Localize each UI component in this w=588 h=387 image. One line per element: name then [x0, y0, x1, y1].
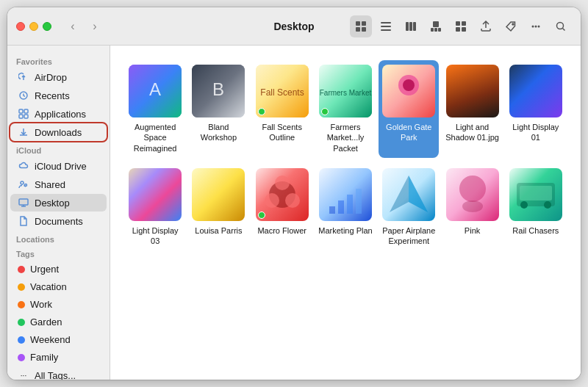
- maximize-button[interactable]: [43, 22, 51, 31]
- file-item-pink[interactable]: Pink: [442, 164, 502, 251]
- work-label: Work: [30, 299, 52, 310]
- file-item-lightandshadow[interactable]: Light and Shadow 01.jpg: [442, 60, 502, 158]
- file-thumb-lightdisplay03: [129, 168, 182, 221]
- sidebar-item-applications[interactable]: Applications: [10, 105, 107, 123]
- file-item-louisa[interactable]: Louisa Parris: [188, 164, 248, 251]
- airdrop-label: AirDrop: [35, 72, 67, 83]
- file-label-goldengate: Golden Gate Park: [381, 122, 436, 143]
- svg-point-18: [512, 23, 514, 25]
- svg-text:A: A: [149, 79, 161, 99]
- applications-icon: [18, 108, 29, 120]
- file-thumb-farmers: Farmers Market: [319, 65, 372, 117]
- sidebar-item-downloads[interactable]: Downloads: [10, 123, 107, 141]
- urgent-label: Urgent: [30, 264, 59, 275]
- view-grid-button[interactable]: [350, 15, 372, 37]
- svg-point-19: [532, 25, 534, 27]
- svg-rect-3: [362, 27, 366, 32]
- close-button[interactable]: [16, 22, 25, 31]
- desktop-icon: [18, 197, 29, 209]
- file-thumb-fallscents: Fall Scents: [256, 65, 309, 117]
- sidebar-item-shared[interactable]: Shared: [10, 176, 107, 193]
- svg-rect-2: [356, 27, 360, 32]
- sidebar: Favorites AirDrop Recents Applications: [7, 46, 110, 380]
- svg-point-57: [544, 201, 551, 209]
- family-label: Family: [30, 352, 58, 363]
- svg-rect-4: [381, 22, 391, 23]
- main-layout: Favorites AirDrop Recents Applications: [7, 46, 581, 380]
- file-thumb-marketing: [319, 168, 372, 221]
- svg-text:Fall Scents: Fall Scents: [260, 87, 304, 98]
- file-item-bland[interactable]: B Bland Workshop: [188, 60, 248, 158]
- file-thumb-lightdisplay01: [509, 65, 562, 117]
- sidebar-item-desktop[interactable]: Desktop: [10, 194, 107, 211]
- file-thumb-louisa: [192, 168, 245, 221]
- file-label-lightdisplay03: Light Display 03: [128, 225, 182, 247]
- svg-rect-27: [24, 115, 28, 118]
- sidebar-item-documents[interactable]: Documents: [10, 212, 107, 230]
- toolbar-right: [350, 15, 572, 37]
- svg-rect-0: [356, 21, 360, 26]
- desktop-label: Desktop: [35, 198, 70, 209]
- minimize-button[interactable]: [29, 22, 38, 31]
- file-thumb-augmented: A: [129, 65, 182, 117]
- back-button[interactable]: ‹: [63, 17, 82, 36]
- sidebar-item-tag-weekend[interactable]: Weekend: [10, 331, 107, 348]
- svg-rect-11: [431, 28, 434, 32]
- file-label-bland: Bland Workshop: [191, 122, 245, 143]
- svg-point-22: [557, 22, 564, 29]
- view-list-button[interactable]: [375, 15, 397, 37]
- file-item-paperairplane[interactable]: Paper Airplane Experiment: [379, 164, 439, 251]
- work-tag-dot: [18, 301, 25, 308]
- file-item-fallscents[interactable]: Fall Scents Fall Scents Outline: [252, 60, 312, 158]
- file-label-lightdisplay01: Light Display 01: [509, 122, 563, 143]
- file-label-railchasers: Rail Chasers: [512, 225, 559, 236]
- sidebar-item-icloud-drive[interactable]: iCloud Drive: [10, 157, 107, 175]
- weekend-label: Weekend: [30, 334, 71, 345]
- more-button[interactable]: [525, 15, 547, 37]
- svg-point-21: [538, 25, 540, 27]
- titlebar: ‹ › Desktop: [7, 7, 581, 46]
- tag-button[interactable]: [500, 15, 522, 37]
- finder-window: ‹ › Desktop: [7, 7, 581, 380]
- icloud-drive-label: iCloud Drive: [35, 161, 87, 172]
- view-cover-button[interactable]: [425, 15, 447, 37]
- file-item-goldengate[interactable]: Golden Gate Park: [379, 60, 439, 158]
- sidebar-item-tag-family[interactable]: Family: [10, 349, 107, 366]
- svg-point-52: [459, 176, 486, 202]
- svg-rect-26: [19, 115, 23, 118]
- nav-buttons: ‹ ›: [63, 17, 104, 36]
- file-item-augmented[interactable]: A Augmented Space Reimagined: [125, 60, 185, 158]
- file-thumb-pink: [446, 168, 499, 221]
- file-item-marketing[interactable]: Marketing Plan: [315, 164, 376, 251]
- all-tags-icon: ···: [18, 369, 29, 380]
- sidebar-item-airdrop[interactable]: AirDrop: [10, 68, 107, 86]
- view-group-button[interactable]: [450, 15, 472, 37]
- sidebar-item-tag-vacation[interactable]: Vacation: [10, 278, 107, 295]
- file-item-farmers[interactable]: Farmers Market Farmers Market...ly Packe…: [315, 60, 376, 158]
- svg-rect-14: [456, 21, 460, 26]
- sidebar-item-tag-urgent[interactable]: Urgent: [10, 261, 107, 278]
- sidebar-item-tag-garden[interactable]: Garden: [10, 314, 107, 330]
- svg-rect-25: [24, 109, 28, 113]
- file-item-lightdisplay03[interactable]: Light Display 03: [125, 164, 185, 251]
- svg-rect-48: [347, 195, 353, 214]
- garden-tag-dot: [18, 319, 25, 326]
- forward-button[interactable]: ›: [85, 17, 104, 36]
- svg-rect-16: [456, 27, 460, 32]
- file-label-marketing: Marketing Plan: [318, 225, 372, 236]
- search-button[interactable]: [550, 15, 572, 37]
- file-thumb-lightandshadow: [446, 65, 499, 117]
- file-item-lightdisplay01[interactable]: Light Display 01: [506, 60, 566, 158]
- file-thumb-bland: B: [192, 65, 245, 117]
- share-button[interactable]: [475, 15, 497, 37]
- file-item-railchasers[interactable]: Rail Chasers: [506, 164, 566, 251]
- vacation-label: Vacation: [30, 281, 67, 292]
- file-item-macroflower[interactable]: Macro Flower: [252, 164, 312, 251]
- view-columns-button[interactable]: [400, 15, 422, 37]
- sidebar-item-all-tags[interactable]: ··· All Tags...: [10, 366, 107, 380]
- sidebar-item-tag-work[interactable]: Work: [10, 296, 107, 313]
- sidebar-item-recents[interactable]: Recents: [10, 87, 107, 104]
- airdrop-icon: [18, 71, 29, 83]
- recents-label: Recents: [35, 90, 70, 101]
- file-label-lightandshadow: Light and Shadow 01.jpg: [445, 122, 499, 143]
